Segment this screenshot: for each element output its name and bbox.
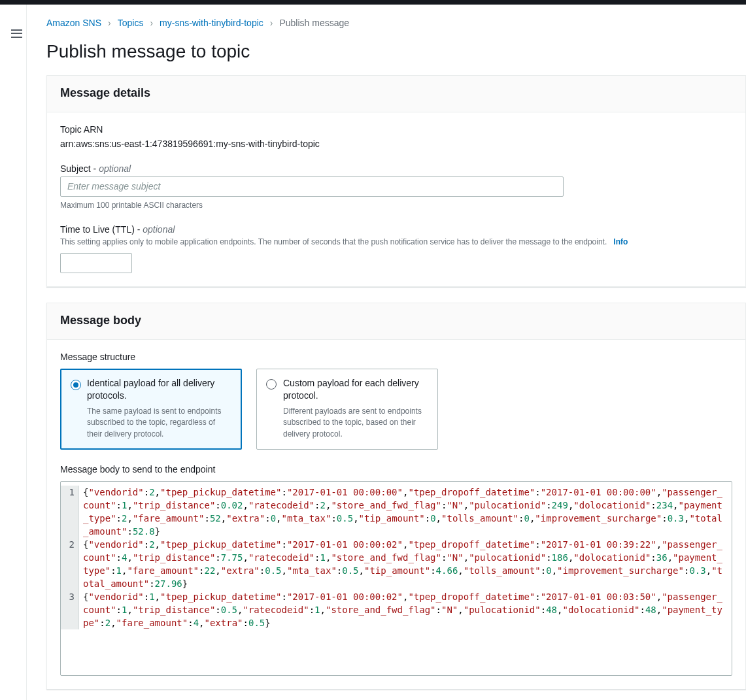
topic-arn-value: arn:aws:sns:us-east-1:473819596691:my-sn… — [60, 139, 732, 149]
subject-input[interactable] — [60, 176, 564, 197]
main-content: Amazon SNS › Topics › my-sns-with-tinybi… — [26, 5, 746, 700]
subject-label: Subject - optional — [60, 163, 732, 174]
message-body-code-editor[interactable]: 1{"vendorid":2,"tpep_pickup_datetime":"2… — [60, 481, 732, 676]
sidebar-toggle[interactable] — [3, 20, 29, 46]
subject-hint: Maximum 100 printable ASCII characters — [60, 201, 732, 210]
code-gutter-line: 1 — [61, 486, 79, 538]
panel-header-body: Message body — [47, 303, 745, 340]
code-line[interactable]: {"vendorid":2,"tpep_pickup_datetime":"20… — [79, 486, 732, 538]
code-line[interactable]: {"vendorid":1,"tpep_pickup_datetime":"20… — [79, 590, 732, 629]
chevron-right-icon: › — [270, 18, 273, 28]
chevron-right-icon: › — [108, 18, 111, 28]
message-structure-label: Message structure — [60, 352, 732, 362]
code-gutter-line: 3 — [61, 590, 79, 629]
menu-icon — [11, 29, 22, 38]
ttl-hint: This setting applies only to mobile appl… — [60, 237, 607, 246]
page-title: Publish message to topic — [46, 41, 746, 62]
panel-message-details: Message details Topic ARN arn:aws:sns:us… — [46, 75, 746, 287]
breadcrumb-current: Publish message — [279, 18, 349, 28]
top-header — [0, 0, 746, 5]
ttl-info-link[interactable]: Info — [613, 237, 628, 246]
ttl-input[interactable] — [60, 253, 132, 273]
radio-dot-icon — [71, 380, 81, 390]
code-line[interactable]: {"vendorid":2,"tpep_pickup_datetime":"20… — [79, 538, 732, 590]
radio-custom-title: Custom payload for each delivery protoco… — [283, 377, 428, 402]
radio-custom-desc: Different payloads are sent to endpoints… — [283, 406, 428, 440]
panel-header-details: Message details — [47, 76, 745, 112]
breadcrumb: Amazon SNS › Topics › my-sns-with-tinybi… — [46, 18, 746, 28]
message-body-endpoint-label: Message body to send to the endpoint — [60, 464, 732, 475]
radio-identical-payload[interactable]: Identical payload for all delivery proto… — [60, 369, 242, 450]
chevron-right-icon: › — [150, 18, 153, 28]
breadcrumb-topic-name[interactable]: my-sns-with-tinybird-topic — [160, 18, 263, 28]
ttl-label: Time to Live (TTL) - optional — [60, 224, 732, 235]
panel-message-body: Message body Message structure Identical… — [46, 303, 746, 690]
breadcrumb-root[interactable]: Amazon SNS — [46, 18, 101, 28]
code-gutter-line: 2 — [61, 538, 79, 590]
radio-identical-title: Identical payload for all delivery proto… — [87, 377, 232, 402]
radio-custom-payload[interactable]: Custom payload for each delivery protoco… — [256, 369, 438, 450]
radio-identical-desc: The same payload is sent to endpoints su… — [87, 406, 232, 440]
breadcrumb-topics[interactable]: Topics — [118, 18, 144, 28]
topic-arn-label: Topic ARN — [60, 124, 732, 135]
radio-dot-icon — [266, 379, 277, 390]
